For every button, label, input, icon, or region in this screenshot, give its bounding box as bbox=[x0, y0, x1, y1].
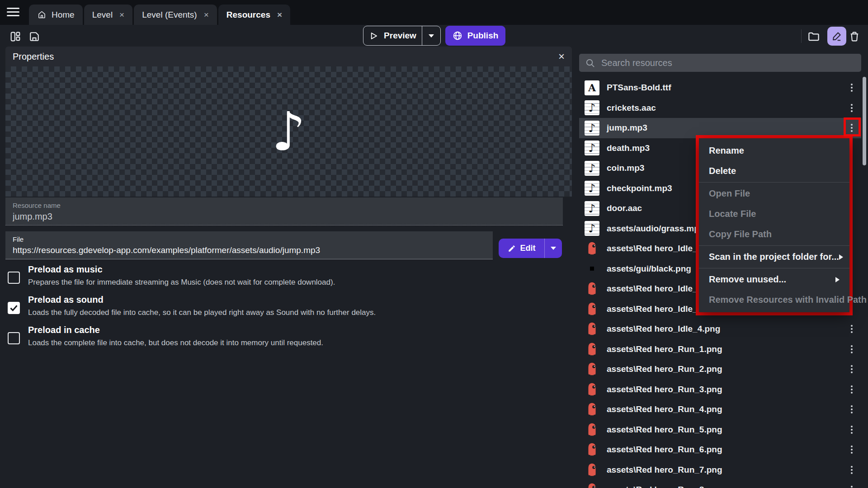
red-hero-sprite-icon bbox=[585, 282, 599, 296]
kebab-menu-icon[interactable] bbox=[851, 84, 853, 85]
checkbox-group: Preload as soundLoads the fully decoded … bbox=[7, 294, 549, 322]
tab-resources[interactable]: Resources× bbox=[218, 5, 290, 25]
properties-panel-header: Properties × bbox=[5, 47, 572, 66]
checkbox-group: Preload as musicPrepares the file for im… bbox=[7, 264, 549, 292]
kebab-menu-icon[interactable] bbox=[851, 325, 853, 327]
resource-name: assets/gui/black.png bbox=[607, 264, 691, 274]
file-field[interactable]: File https://resources.gdevelop-app.com/… bbox=[5, 231, 493, 259]
close-tab-icon[interactable]: × bbox=[277, 10, 282, 19]
tab-label: Level (Events) bbox=[142, 10, 197, 20]
resource-row[interactable]: assets\Red hero_Run_6.png bbox=[579, 440, 861, 460]
unchecked-checkbox[interactable] bbox=[8, 272, 20, 284]
resource-row[interactable]: ♪crickets.aac bbox=[579, 98, 861, 118]
kebab-menu-icon[interactable] bbox=[851, 405, 853, 407]
kebab-menu-icon[interactable] bbox=[851, 385, 853, 387]
kebab-menu-icon[interactable] bbox=[851, 104, 853, 106]
tab-home[interactable]: Home bbox=[29, 5, 83, 25]
menu-item-label: Remove unused... bbox=[709, 274, 786, 285]
file-label: File bbox=[13, 235, 486, 243]
layout-panels-icon[interactable] bbox=[8, 29, 23, 44]
resource-row[interactable]: assets\Red hero_Run_1.png bbox=[579, 339, 861, 360]
resource-name: jump.mp3 bbox=[607, 123, 647, 133]
resource-name: coin.mp3 bbox=[607, 163, 644, 173]
preview-button[interactable]: Preview bbox=[363, 26, 441, 46]
scrollbar-thumb[interactable] bbox=[863, 77, 866, 165]
kebab-menu-icon[interactable] bbox=[851, 345, 853, 347]
resource-name-value: jump.mp3 bbox=[13, 211, 556, 222]
kebab-menu-icon[interactable] bbox=[851, 446, 853, 447]
menu-item-open-file: Open File bbox=[699, 183, 849, 204]
close-icon[interactable]: × bbox=[558, 51, 565, 62]
menu-item-delete[interactable]: Delete bbox=[699, 161, 849, 181]
edit-button[interactable]: Edit bbox=[499, 239, 562, 258]
resource-row[interactable]: assets\Red hero_Run_8.png bbox=[579, 480, 861, 488]
tab-bar: HomeLevel×Level (Events)×Resources× bbox=[0, 0, 868, 25]
resource-name: assets\Red hero_Idle_4.png bbox=[607, 324, 720, 334]
resource-name-field[interactable]: Resource name jump.mp3 bbox=[5, 197, 563, 225]
red-hero-sprite-icon bbox=[585, 322, 599, 337]
resource-name: assets\Red hero_Run_3.png bbox=[607, 385, 722, 394]
folder-icon[interactable] bbox=[807, 29, 821, 44]
resource-row[interactable]: assets\Red hero_Run_5.png bbox=[579, 420, 861, 440]
close-tab-icon[interactable]: × bbox=[204, 10, 209, 19]
tab-level[interactable]: Level× bbox=[84, 5, 133, 25]
tab-level-events-[interactable]: Level (Events)× bbox=[134, 5, 217, 25]
preview-dropdown-button[interactable] bbox=[422, 26, 440, 45]
music-note-icon: ♪ bbox=[272, 105, 306, 158]
context-menu: RenameDeleteOpen FileLocate FileCopy Fil… bbox=[699, 138, 849, 312]
red-hero-sprite-icon bbox=[585, 241, 599, 256]
play-icon bbox=[369, 31, 378, 41]
pencil-icon bbox=[831, 30, 843, 42]
menu-item-rename[interactable]: Rename bbox=[699, 141, 849, 161]
checkmark-icon bbox=[9, 303, 19, 313]
checkbox-description: Prepares the file for immediate streamin… bbox=[28, 278, 335, 287]
checked-checkbox[interactable] bbox=[8, 302, 20, 314]
menu-item-label: Remove Resources with Invalid Path bbox=[709, 295, 867, 305]
menu-item-locate-file: Locate File bbox=[699, 204, 849, 224]
search-input[interactable] bbox=[601, 58, 855, 68]
kebab-menu-icon[interactable] bbox=[851, 365, 853, 367]
resource-row[interactable]: assets\Red hero_Idle_4.png bbox=[579, 319, 861, 339]
checkbox-label: Preload in cache bbox=[28, 325, 100, 335]
resource-row[interactable]: assets\Red hero_Run_2.png bbox=[579, 359, 861, 380]
publish-button[interactable]: Publish bbox=[445, 26, 505, 46]
kebab-menu-icon[interactable] bbox=[851, 426, 853, 427]
tab-label: Resources bbox=[226, 10, 270, 20]
red-hero-sprite-icon bbox=[585, 483, 599, 488]
red-hero-sprite-icon bbox=[585, 362, 599, 377]
audio-file-icon: ♪ bbox=[585, 100, 599, 115]
resource-row[interactable]: assets\Red hero_Run_4.png bbox=[579, 399, 861, 420]
audio-file-icon: ♪ bbox=[585, 181, 599, 196]
home-icon bbox=[37, 10, 47, 19]
publish-label: Publish bbox=[467, 31, 499, 41]
search-icon bbox=[585, 58, 595, 68]
trash-icon[interactable] bbox=[847, 29, 862, 44]
properties-title: Properties bbox=[13, 52, 54, 62]
file-value: https://resources.gdevelop-app.com/examp… bbox=[13, 245, 486, 255]
resource-row[interactable]: APTSans-Bold.ttf bbox=[579, 78, 861, 98]
menu-item-remove-unused[interactable]: Remove unused... bbox=[699, 269, 849, 290]
save-icon[interactable] bbox=[27, 29, 42, 44]
red-hero-sprite-icon bbox=[585, 342, 599, 357]
kebab-red-highlight bbox=[844, 117, 861, 136]
checkbox-label: Preload as music bbox=[28, 264, 103, 275]
resource-name: crickets.aac bbox=[607, 103, 656, 113]
resource-row[interactable]: assets\Red hero_Run_3.png bbox=[579, 380, 861, 400]
main-menu-icon[interactable] bbox=[7, 8, 19, 19]
menu-item-label: Rename bbox=[709, 145, 744, 156]
unchecked-checkbox[interactable] bbox=[8, 332, 20, 344]
kebab-menu-icon[interactable] bbox=[851, 466, 853, 468]
audio-file-icon: ♪ bbox=[585, 221, 599, 236]
edit-properties-icon[interactable] bbox=[827, 27, 846, 46]
red-hero-sprite-icon bbox=[585, 301, 599, 316]
menu-divider bbox=[699, 182, 849, 183]
audio-file-icon: ♪ bbox=[585, 121, 599, 136]
edit-dropdown-button[interactable] bbox=[545, 239, 562, 258]
red-hero-sprite-icon bbox=[585, 382, 599, 397]
close-tab-icon[interactable]: × bbox=[119, 10, 124, 19]
chevron-down-icon bbox=[551, 247, 556, 250]
menu-item-label: Scan in the project folder for... bbox=[709, 252, 839, 262]
kebab-menu-icon[interactable] bbox=[851, 486, 853, 488]
resource-row[interactable]: assets\Red hero_Run_7.png bbox=[579, 460, 861, 480]
menu-item-scan-in-the-project-folder-for[interactable]: Scan in the project folder for... bbox=[699, 247, 849, 267]
